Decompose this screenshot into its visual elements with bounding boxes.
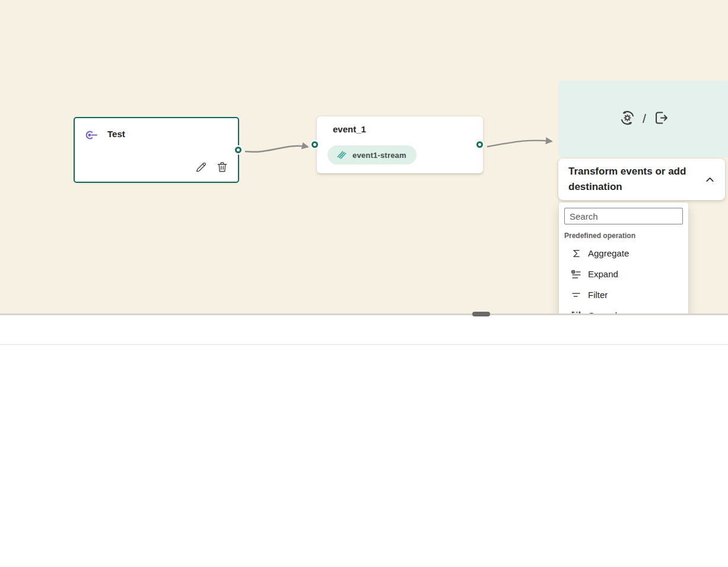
edge-event1-to-destination[interactable]: [487, 141, 552, 147]
output-port-test[interactable]: [235, 147, 241, 153]
node-title: Test: [107, 129, 125, 139]
edge-test-to-event1[interactable]: [245, 146, 308, 152]
separator: /: [643, 112, 646, 126]
output-port-event1[interactable]: [476, 141, 483, 148]
expand-icon: [570, 268, 583, 280]
menu-item-label: Filter: [588, 290, 608, 300]
menu-item-expand[interactable]: Expand: [559, 264, 688, 284]
node-actions: [193, 160, 230, 175]
delete-node-button[interactable]: [215, 160, 230, 175]
custom-endpoint-icon: [84, 128, 98, 144]
placeholder-node-transform-or-destination[interactable]: /: [558, 81, 728, 157]
node-event1-stream[interactable]: event_1 event1-stream: [317, 116, 483, 173]
aggregate-icon: [570, 248, 583, 259]
collapse-menu-button[interactable]: [702, 172, 718, 188]
filter-icon: [570, 289, 583, 301]
eventstream-editor: Test: [0, 0, 728, 567]
section-label-predefined-operation: Predefined operation: [564, 232, 688, 240]
chevron-up-icon: [704, 178, 716, 187]
input-port-event1[interactable]: [311, 141, 318, 148]
stream-badge-label: event1-stream: [352, 151, 406, 160]
menu-item-filter[interactable]: Filter: [559, 284, 688, 305]
node-title: event_1: [333, 124, 366, 134]
node-test-source[interactable]: Test: [74, 117, 239, 183]
destination-icon: [653, 109, 670, 129]
menu-header-title: Transform events or add destination: [568, 164, 702, 195]
splitter-handle[interactable]: [472, 312, 490, 316]
edit-node-button[interactable]: [193, 160, 208, 175]
menu-item-label: Aggregate: [588, 248, 629, 258]
bottom-pane: [0, 315, 728, 567]
menu-item-aggregate[interactable]: Aggregate: [559, 243, 688, 264]
transform-operation-icon: [619, 109, 636, 129]
menu-item-label: Expand: [588, 269, 618, 279]
bottom-pane-divider: [0, 344, 728, 345]
stream-badge[interactable]: event1-stream: [328, 145, 417, 164]
pencil-icon: [194, 167, 208, 176]
transform-menu-header[interactable]: Transform events or add destination: [558, 159, 725, 200]
pane-splitter[interactable]: [0, 313, 728, 315]
eventstream-icon: [336, 148, 347, 162]
search-input[interactable]: [564, 208, 683, 224]
trash-icon: [215, 167, 229, 176]
